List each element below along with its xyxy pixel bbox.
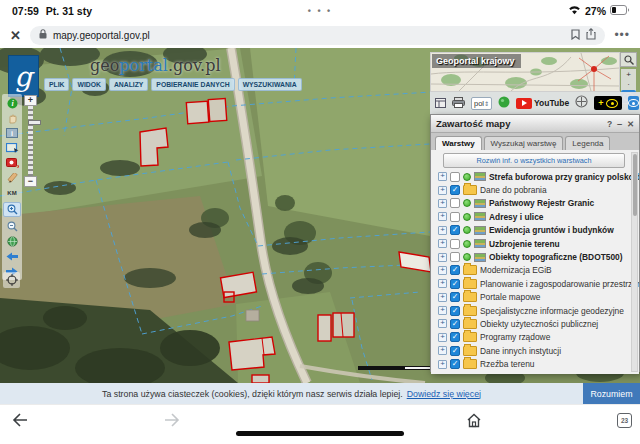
language-select[interactable]: pol ⇕ [471, 97, 492, 110]
expand-icon[interactable]: + [438, 212, 447, 221]
browser-menu-icon[interactable]: ••• [614, 28, 630, 42]
overview-map[interactable]: Geoportal krajowy [430, 52, 620, 92]
bookmark-icon[interactable] [571, 29, 580, 42]
layer-row-modernizacja-egib[interactable]: +✓Modernizacja EGiB [431, 264, 639, 277]
layer-row-adresy-i-ulice[interactable]: +Adresy i ulice [431, 210, 639, 223]
map-viewport[interactable]: g geoportal.gov.pl PLIK WIDOK ANALIZY PO… [0, 48, 640, 383]
fullscreen-target-icon[interactable] [575, 94, 588, 112]
expand-icon[interactable]: + [438, 279, 447, 288]
help-icon[interactable]: ? [607, 119, 612, 129]
previous-view-icon[interactable] [5, 250, 19, 262]
panel-window-icon[interactable] [435, 94, 446, 112]
panel-header[interactable]: Zawartość mapy ? ‒ ✕ [431, 115, 639, 133]
menu-item-pobieranie-danych[interactable]: POBIERANIE DANYCH [151, 78, 234, 91]
back-icon[interactable] [12, 413, 28, 427]
share-icon[interactable] [586, 28, 596, 42]
expand-icon[interactable]: + [438, 346, 447, 355]
layer-row-planowanie[interactable]: +✓Planowanie i zagospodarowanie przestrz… [431, 277, 639, 290]
layer-checkbox[interactable] [450, 172, 460, 182]
zoom-in-button[interactable]: + [24, 95, 37, 106]
layer-row-obiekty-uzytecznosci[interactable]: +✓Obiekty użyteczności publicznej [431, 317, 639, 330]
tab-warstwy[interactable]: Warstwy [435, 136, 482, 150]
youtube-link[interactable]: YouTube [516, 98, 569, 109]
locate-me-button[interactable] [3, 272, 20, 288]
layer-checkbox[interactable]: ✓ [450, 332, 460, 342]
search-icon[interactable] [620, 52, 637, 67]
plus-icon[interactable]: + [626, 70, 631, 79]
menu-item-plik[interactable]: PLIK [44, 78, 69, 91]
home-indicator[interactable] [236, 431, 404, 436]
expand-icon[interactable]: + [438, 319, 447, 328]
minimize-icon[interactable]: ‒ [617, 119, 622, 129]
layer-row-uzbrojenie-terenu[interactable]: +Uzbrojenie terenu [431, 237, 639, 250]
layer-checkbox[interactable] [450, 212, 460, 222]
wcag-green-icon[interactable] [498, 94, 510, 112]
high-contrast-eye-icon[interactable] [606, 99, 618, 108]
zoom-handle[interactable] [28, 120, 41, 125]
measure-km-icon[interactable]: KM [5, 187, 19, 199]
layer-checkbox[interactable]: ✓ [450, 292, 460, 302]
select-rectangle-icon[interactable] [5, 142, 19, 154]
expand-icon[interactable]: + [438, 199, 447, 208]
print-icon[interactable] [452, 94, 465, 112]
layer-row-rzezba-terenu[interactable]: +✓Rzeźba terenu [431, 357, 639, 370]
layer-checkbox[interactable]: ✓ [450, 346, 460, 356]
home-icon[interactable] [466, 413, 482, 428]
layer-checkbox[interactable]: ✓ [450, 359, 460, 369]
layer-row-dane-innych-instytucji[interactable]: +✓Dane innych instytucji [431, 344, 639, 357]
zoom-track[interactable] [28, 106, 33, 176]
layer-checkbox[interactable]: ✓ [450, 279, 460, 289]
expand-icon[interactable]: + [438, 293, 447, 302]
menu-item-analizy[interactable]: ANALIZY [109, 78, 148, 91]
contrast-controls[interactable]: + [594, 96, 622, 110]
forward-icon[interactable] [164, 413, 180, 427]
layer-row-portale-mapowe[interactable]: +✓Portale mapowe [431, 291, 639, 304]
expand-all-button[interactable]: Rozwiń inf. o wszystkich warstwach [443, 153, 625, 168]
layer-row-panstwowy-rejestr-granic[interactable]: +Państwowy Rejestr Granic [431, 197, 639, 210]
panel-eye-button[interactable] [628, 96, 639, 110]
cookie-more-link[interactable]: Dowiedz się więcej [407, 389, 481, 399]
tab-legenda[interactable]: Legenda [565, 136, 610, 150]
expand-icon[interactable]: + [438, 186, 447, 195]
zoom-out-tool-icon[interactable] [5, 220, 19, 232]
pan-hand-icon[interactable] [5, 112, 19, 124]
cookie-accept-button[interactable]: Rozumiem [583, 383, 640, 404]
zoom-in-tool-icon[interactable] [3, 202, 21, 217]
layer-checkbox[interactable] [450, 239, 460, 249]
expand-icon[interactable]: + [438, 360, 447, 369]
draw-pencil-icon[interactable] [5, 172, 19, 184]
layer-checkbox[interactable]: ✓ [450, 225, 460, 235]
font-size-plus-icon[interactable]: + [598, 99, 603, 108]
expand-icon[interactable]: + [438, 306, 447, 315]
layer-row-ewidencja-gruntow[interactable]: +✓Ewidencja gruntów i budynków [431, 224, 639, 237]
layer-checkbox[interactable]: ✓ [450, 319, 460, 329]
expand-icon[interactable]: + [438, 239, 447, 248]
layer-checkbox[interactable] [450, 198, 460, 208]
expand-icon[interactable]: + [438, 172, 447, 181]
geoportal-logo[interactable]: g [8, 55, 39, 97]
menu-item-widok[interactable]: WIDOK [72, 78, 105, 91]
layer-row-dane-do-pobrania[interactable]: +✓Dane do pobrania [431, 183, 639, 196]
expand-icon[interactable]: + [438, 226, 447, 235]
panel-scrollbar[interactable] [631, 152, 638, 372]
layer-row-obiekty-topograficzne[interactable]: +Obiekty topograficzne (BDOT500) [431, 250, 639, 263]
close-tab-icon[interactable]: ✕ [10, 28, 21, 43]
layer-checkbox[interactable]: ✓ [450, 306, 460, 316]
url-field[interactable]: mapy.geoportal.gov.pl [30, 26, 605, 45]
zoom-out-button[interactable]: − [24, 176, 37, 187]
layer-checkbox[interactable]: ✓ [450, 185, 460, 195]
layer-checkbox[interactable]: ✓ [450, 265, 460, 275]
menu-item-wyszukiwania[interactable]: WYSZUKIWANIA [238, 78, 302, 91]
full-extent-globe-icon[interactable] [5, 235, 19, 247]
layer-row-programy-rzadowe[interactable]: +✓Programy rządowe [431, 331, 639, 344]
close-icon[interactable]: ✕ [627, 119, 634, 129]
identify-image-icon[interactable]: i [5, 127, 19, 139]
layer-row-strefa-buforowa[interactable]: +Strefa buforowa przy granicy polsko-bia… [431, 170, 639, 183]
tab-wyszukaj-warstwe[interactable]: Wyszukaj warstwę [484, 136, 564, 150]
tab-switcher-button[interactable]: 23 [617, 413, 632, 428]
info-tool-icon[interactable]: i [5, 97, 19, 109]
layer-checkbox[interactable] [450, 252, 460, 262]
expand-icon[interactable]: + [438, 253, 447, 262]
layer-row-specjalistyczne[interactable]: +✓Specjalistyczne informacje geodezyjne [431, 304, 639, 317]
clear-selection-icon[interactable]: x [5, 157, 19, 169]
